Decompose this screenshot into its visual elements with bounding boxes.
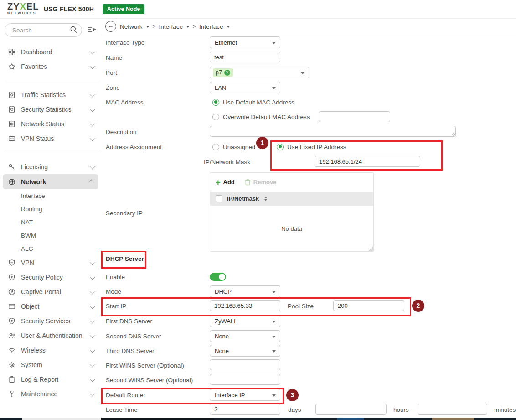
window-icon — [8, 303, 16, 310]
zone-select[interactable]: LAN — [210, 82, 280, 93]
form-row-lease-time: Lease Time days hours minutes — [101, 404, 516, 415]
pool-size-input[interactable] — [333, 300, 404, 311]
select-all-checkbox[interactable] — [216, 195, 222, 202]
sidebar-item-vpn[interactable]: VPN — [0, 255, 101, 270]
sidebar-item-network[interactable]: Network — [3, 174, 98, 189]
sidebar-item-dashboard[interactable]: Dashboard — [0, 45, 101, 59]
breadcrumb-network[interactable]: Network — [120, 23, 143, 30]
second-wins-input[interactable] — [210, 374, 280, 385]
breadcrumb-interface[interactable]: Interface — [159, 23, 183, 30]
breadcrumb-caret-icon[interactable] — [227, 26, 230, 28]
sidebar-item-security-statistics[interactable]: Security Statistics — [0, 102, 101, 117]
first-dns-select[interactable]: ZyWALL — [210, 315, 280, 327]
mode-select[interactable]: DHCP — [210, 285, 280, 297]
sidebar-item-nat[interactable]: NAT — [0, 216, 101, 229]
clipboard-icon — [8, 376, 16, 383]
sidebar-item-favorites[interactable]: Favorites — [0, 59, 101, 74]
breadcrumb-caret-icon[interactable] — [186, 26, 190, 28]
remove-button[interactable]: Remove — [245, 179, 277, 186]
sidebar-item-vpn-status[interactable]: VPN Status — [0, 131, 101, 146]
sidebar-item-wireless[interactable]: Wireless — [0, 343, 101, 358]
sidebar-item-object[interactable]: Object — [0, 299, 101, 314]
description-label: Description — [106, 129, 137, 135]
unassigned-radio[interactable] — [212, 144, 219, 150]
form-row-wins2: Second WINS Server (Optional) — [101, 374, 516, 386]
sidebar-item-label: Dashboard — [21, 48, 90, 56]
form-row-mac: MAC Address Use Default MAC Address — [101, 96, 516, 108]
remove-chip-icon[interactable]: ✕ — [224, 70, 230, 76]
first-wins-input[interactable] — [210, 359, 280, 370]
wifi-icon — [8, 347, 16, 354]
default-router-select[interactable]: Interface IP — [210, 389, 280, 401]
lease-hours-input[interactable] — [315, 404, 387, 415]
ip-network-mask-input[interactable] — [315, 156, 420, 167]
third-dns-select[interactable]: None — [210, 345, 280, 357]
lease-minutes-input[interactable] — [418, 404, 487, 415]
sidebar-item-interface[interactable]: Interface — [0, 189, 101, 202]
sidebar-item-traffic-statistics[interactable]: Traffic Statistics — [0, 88, 101, 102]
unassigned-label: Unassigned — [223, 144, 255, 150]
chevron-down-icon — [90, 106, 96, 112]
chevron-down-icon — [90, 390, 96, 396]
sidebar-item-licensing[interactable]: Licensing — [0, 160, 101, 174]
sidebar-item-maintenance[interactable]: Maintenance — [0, 387, 101, 401]
second-dns-select[interactable]: None — [210, 330, 280, 342]
search-input[interactable] — [11, 24, 67, 36]
chevron-down-icon — [90, 259, 96, 265]
dhcp-server-section-title: DHCP Server — [106, 255, 144, 262]
sidebar-item-security-policy[interactable]: Security Policy — [0, 270, 101, 285]
sidebar-item-routing[interactable]: Routing — [0, 202, 101, 216]
chevron-down-icon — [90, 163, 96, 169]
form-row-default-router: Default Router Interface IP — [101, 389, 516, 401]
form-row-port: Port p7 ✕ — [101, 67, 516, 78]
form-row-dns2: Second DNS Server None — [101, 330, 516, 342]
sidebar-item-system[interactable]: System — [0, 358, 101, 372]
sidebar-item-security-services[interactable]: Security Services — [0, 314, 101, 328]
breadcrumb-interface-2[interactable]: Interface — [199, 23, 223, 30]
sidebar-collapse-icon[interactable] — [88, 26, 97, 34]
overwrite-mac-input[interactable] — [319, 111, 390, 122]
zone-value: LAN — [215, 84, 226, 91]
sidebar-item-log-report[interactable]: Log & Report — [0, 372, 101, 387]
breadcrumb-separator: > — [193, 23, 196, 30]
sidebar-item-label: Network — [21, 178, 90, 186]
enable-label: Enable — [106, 274, 125, 280]
overwrite-mac-label: Overwrite Default MAC Address — [223, 114, 310, 120]
lease-days-input[interactable] — [210, 404, 280, 415]
port-select[interactable]: p7 ✕ — [210, 67, 309, 78]
sidebar-item-network-status[interactable]: Network Status — [0, 117, 101, 131]
zyxel-logo: ZYXEL NETWORKS — [7, 2, 39, 15]
security-statistics-icon — [8, 106, 16, 113]
chevron-down-icon — [272, 87, 276, 89]
add-button[interactable]: + Add — [216, 178, 235, 187]
enable-toggle[interactable] — [210, 273, 226, 281]
sidebar-item-alg[interactable]: ALG — [0, 242, 101, 255]
use-default-mac-radio[interactable] — [212, 99, 219, 106]
form-row-dns1: First DNS Server ZyWALL — [101, 315, 516, 327]
form-row-dns3: Third DNS Server None — [101, 345, 516, 357]
sort-icon[interactable] — [264, 197, 267, 201]
use-fixed-ip-radio[interactable] — [277, 144, 284, 150]
sidebar-item-label: VPN — [21, 259, 90, 266]
wrench-icon — [8, 390, 16, 398]
interface-type-select[interactable]: Ethernet — [210, 36, 280, 48]
vpn-status-icon — [8, 135, 16, 142]
name-input[interactable] — [210, 52, 280, 62]
sidebar-item-captive-portal[interactable]: Captive Portal — [0, 285, 101, 299]
resize-handle[interactable] — [452, 133, 456, 137]
third-dns-value: None — [215, 347, 229, 354]
use-default-mac-label: Use Default MAC Address — [223, 99, 294, 106]
start-ip-input[interactable] — [210, 300, 280, 311]
table-resize-handle[interactable] — [368, 246, 373, 251]
overwrite-mac-radio[interactable] — [212, 114, 219, 120]
chevron-down-icon — [90, 347, 96, 353]
first-wins-label: First WINS Server (Optional) — [106, 362, 184, 369]
breadcrumb-caret-icon[interactable] — [146, 26, 150, 28]
logo-text-2: EL — [26, 1, 39, 11]
description-input[interactable] — [210, 126, 456, 137]
interface-type-label: Interface Type — [106, 39, 144, 46]
sidebar-item-user-authentication[interactable]: User & Authentication — [0, 328, 101, 343]
logo-networks: NETWORKS — [7, 12, 39, 15]
sidebar-item-bwm[interactable]: BWM — [0, 229, 101, 242]
back-button[interactable]: ← — [105, 21, 116, 32]
